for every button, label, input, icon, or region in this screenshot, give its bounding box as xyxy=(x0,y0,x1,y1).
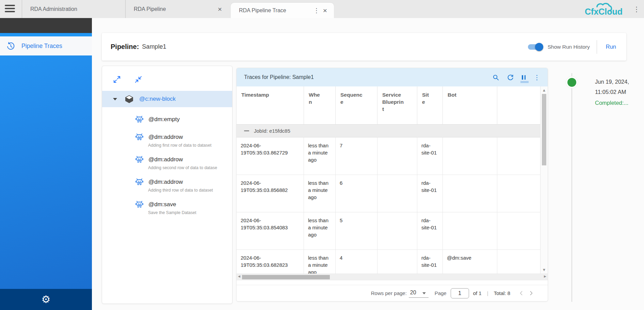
run-history-timeline xyxy=(571,73,572,302)
traces-table-panel: Traces for Pipeline: Sample1 ⋮ Timestamp… xyxy=(236,68,548,301)
tab-rda-pipeline-trace[interactable]: RDA Pipeline Trace ⋮ × xyxy=(231,3,334,18)
cell-service-blueprint xyxy=(377,212,417,249)
previous-page-icon[interactable] xyxy=(516,290,526,296)
cell-sequence: 7 xyxy=(336,137,377,175)
close-icon[interactable]: × xyxy=(217,5,223,13)
tree-node-label: @dm:addrow xyxy=(148,156,183,163)
gear-icon[interactable]: ⚙ xyxy=(42,294,51,305)
horizontal-scroll-thumb[interactable] xyxy=(242,275,330,279)
rows-per-page-label: Rows per page: xyxy=(371,290,407,296)
robot-icon xyxy=(135,200,144,209)
traces-toolbar: Traces for Pipeline: Sample1 ⋮ xyxy=(237,68,548,86)
overflow-kebab-icon[interactable]: ⋮ xyxy=(633,5,640,13)
tree-actions xyxy=(102,66,232,91)
tree-node-root[interactable]: @c:new-block xyxy=(102,91,232,107)
tree-node-bot[interactable]: @dm:save Save the Sample Dataset xyxy=(135,200,232,215)
close-icon[interactable]: × xyxy=(322,7,328,14)
run-status-dot[interactable] xyxy=(566,77,578,88)
table-row[interactable]: 2024-06-19T05:35:03.682823 less than a m… xyxy=(237,250,540,274)
main-content: Pipeline: Sample1 Show Run History Run xyxy=(92,18,644,310)
cell-empty xyxy=(497,250,540,274)
collapse-group-icon[interactable] xyxy=(244,130,249,131)
expand-all-icon[interactable] xyxy=(113,76,121,83)
logo-text: CfxCloud xyxy=(585,7,623,16)
cell-bot xyxy=(443,212,497,249)
cfxcloud-logo: CfxCloud xyxy=(583,2,628,17)
table-row[interactable]: 2024-06-19T05:35:03.854083 less than a m… xyxy=(237,212,540,250)
run-button[interactable]: Run xyxy=(606,44,621,50)
horizontal-scrollbar[interactable]: ◀ ▶ xyxy=(237,274,548,280)
tab-rda-pipeline[interactable]: RDA Pipeline × xyxy=(125,0,229,18)
cell-when: less than a minute ago xyxy=(304,175,336,212)
cell-timestamp: 2024-06-19T05:35:03.682823 xyxy=(237,250,304,274)
scroll-down-icon[interactable]: ▼ xyxy=(541,268,548,272)
tree-node-label: @dm:empty xyxy=(148,116,180,123)
next-page-icon[interactable] xyxy=(526,290,536,296)
tree-node-label: @c:new-block xyxy=(139,96,176,102)
robot-icon xyxy=(135,132,144,142)
run-status-label: Completed:... xyxy=(595,98,644,108)
column-header-when: When xyxy=(304,86,336,124)
run-time: 11:05:02 AM xyxy=(595,87,644,97)
run-date: Jun 19, 2024, xyxy=(595,77,644,87)
block-icon xyxy=(125,95,134,104)
hamburger-menu-icon[interactable] xyxy=(5,5,16,14)
tree-node-bot[interactable]: @dm:addrow Adding third row of data to d… xyxy=(135,177,232,193)
sidebar-body xyxy=(0,55,92,289)
search-icon[interactable] xyxy=(493,74,499,81)
table-row[interactable]: 2024-06-19T05:35:03.862729 less than a m… xyxy=(237,137,540,175)
cell-timestamp: 2024-06-19T05:35:03.862729 xyxy=(237,137,304,175)
rows-per-page-select[interactable]: 20 xyxy=(409,289,429,298)
top-bar: RDA Administration RDA Pipeline × RDA Pi… xyxy=(0,0,644,18)
tab-rda-administration[interactable]: RDA Administration xyxy=(22,0,125,18)
sidebar-footer: ⚙ xyxy=(0,289,92,310)
cell-site: rda-site-01 xyxy=(417,250,443,274)
cell-bot xyxy=(443,175,497,212)
scroll-right-icon[interactable]: ▶ xyxy=(544,275,546,278)
scroll-left-icon[interactable]: ◀ xyxy=(238,275,240,278)
pipeline-tree-panel: @c:new-block @dm:empty @dm:addrow Adding… xyxy=(102,66,232,304)
scroll-up-icon[interactable]: ▲ xyxy=(541,88,548,92)
page-input[interactable] xyxy=(451,288,469,298)
collapse-all-icon[interactable] xyxy=(134,76,142,83)
tree-node-desc: Adding third row of data to dataset xyxy=(148,188,226,193)
pipeline-title-label: Pipeline: xyxy=(111,43,139,51)
vertical-scroll-thumb[interactable] xyxy=(542,94,546,165)
tab-kebab-icon[interactable]: ⋮ xyxy=(313,7,322,14)
pause-icon[interactable] xyxy=(522,75,526,80)
cell-bot xyxy=(443,137,497,175)
jobid-group-row: JobId: e15fdc85 xyxy=(237,125,540,137)
cell-site: rda-site-01 xyxy=(417,212,443,249)
tree-children: @dm:empty @dm:addrow Adding first row of… xyxy=(102,107,232,215)
tree-node-bot[interactable]: @dm:empty xyxy=(135,115,232,125)
tree-node-desc: Adding first row of data to dataset xyxy=(148,143,226,148)
chevron-down-icon[interactable] xyxy=(113,98,117,100)
cell-empty xyxy=(497,137,540,175)
run-history-entry[interactable]: Jun 19, 2024, 11:05:02 AM Completed:... xyxy=(595,77,644,108)
sidebar: Pipeline Traces ⚙ xyxy=(0,18,92,310)
jobid-group-label: JobId: e15fdc85 xyxy=(254,128,290,134)
vertical-scrollbar[interactable]: ▲ ▼ xyxy=(540,86,548,274)
table-row[interactable]: 2024-06-19T05:35:03.856882 less than a m… xyxy=(237,175,540,212)
robot-icon xyxy=(135,155,144,164)
tree-node-desc: Save the Sample Dataset xyxy=(148,210,226,215)
cell-empty xyxy=(497,212,540,249)
tree-node-bot[interactable]: @dm:addrow Adding first row of data to d… xyxy=(135,132,232,148)
sidebar-item-pipeline-traces[interactable]: Pipeline Traces xyxy=(0,36,92,55)
tree-node-label: @dm:addrow xyxy=(148,179,183,185)
cell-when: less than a minute ago xyxy=(304,137,336,175)
total-label: Total: 8 xyxy=(494,290,510,296)
pipeline-name: Sample1 xyxy=(142,43,166,50)
refresh-icon[interactable] xyxy=(507,74,514,81)
tab-label: RDA Administration xyxy=(30,6,119,12)
cell-bot: @dm:save xyxy=(443,250,497,274)
cell-timestamp: 2024-06-19T05:35:03.854083 xyxy=(237,212,304,249)
column-header-bot: Bot xyxy=(443,86,497,124)
tree-node-label: @dm:save xyxy=(148,201,176,208)
cell-service-blueprint xyxy=(377,175,417,212)
tree-node-bot[interactable]: @dm:addrow Adding second row of data to … xyxy=(135,155,232,170)
show-run-history-toggle[interactable] xyxy=(528,44,542,50)
app-root: { "icons": { "kebab": "⋮", "close": "×",… xyxy=(0,0,644,310)
chevron-down-icon xyxy=(422,292,426,294)
table-kebab-icon[interactable]: ⋮ xyxy=(534,74,540,81)
